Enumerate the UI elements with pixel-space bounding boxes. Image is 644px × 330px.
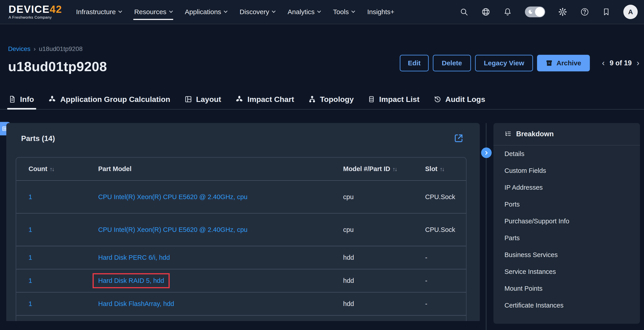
external-link-icon[interactable] bbox=[453, 133, 464, 144]
parts-table: Count↑↓Part ModelModel #/Part ID↑↓Slot↑↓… bbox=[16, 157, 466, 321]
sidebar-item-custom-fields[interactable]: Custom Fields bbox=[494, 162, 640, 179]
prev-record-icon[interactable]: ‹ bbox=[602, 58, 605, 68]
nav-item-label: Insights+ bbox=[367, 8, 394, 16]
count-link[interactable]: 1 bbox=[28, 254, 32, 261]
app-group-calc-icon bbox=[48, 95, 56, 103]
chevron-down-icon bbox=[352, 9, 355, 13]
nav-item-label: Discovery bbox=[240, 8, 269, 16]
theme-toggle[interactable] bbox=[525, 6, 545, 17]
chevron-right-icon bbox=[484, 150, 490, 156]
count-link[interactable]: 1 bbox=[28, 300, 32, 307]
nav-item-analytics[interactable]: Analytics bbox=[288, 0, 320, 24]
part-model-link[interactable]: Hard Disk RAID 5, hdd bbox=[98, 277, 164, 284]
column-header-slot[interactable]: Slot↑↓ bbox=[425, 165, 466, 173]
nav-item-tools[interactable]: Tools bbox=[333, 0, 354, 24]
archive-label: Archive bbox=[556, 59, 581, 67]
slot-cell: CPU.Sock bbox=[425, 226, 466, 234]
toggle-knob bbox=[535, 7, 544, 16]
count-link[interactable]: 1 bbox=[28, 193, 32, 200]
column-header-count[interactable]: Count↑↓ bbox=[16, 165, 98, 173]
sidebar-item-ip-addresses[interactable]: IP Addresses bbox=[494, 179, 640, 196]
tab-label: Impact List bbox=[379, 95, 419, 104]
slot-cell: - bbox=[425, 300, 466, 308]
bookmark-icon[interactable] bbox=[602, 8, 610, 16]
next-record-icon[interactable]: › bbox=[636, 58, 639, 68]
tab-info[interactable]: Info bbox=[8, 89, 34, 109]
tab-audit-logs[interactable]: Audit Logs bbox=[434, 89, 485, 109]
nav-item-applications[interactable]: Applications bbox=[185, 0, 227, 24]
notifications-bell-icon[interactable] bbox=[503, 8, 512, 16]
count-link[interactable]: 1 bbox=[28, 226, 32, 233]
impact-list-icon bbox=[368, 95, 375, 103]
sidebar-item-details[interactable]: Details bbox=[494, 145, 640, 162]
part-model-link[interactable]: CPU Intel(R) Xeon(R) CPU E5620 @ 2.40GHz… bbox=[98, 193, 248, 200]
slot-cell: - bbox=[425, 277, 466, 285]
tab-label: Audit Logs bbox=[445, 95, 485, 104]
column-label: Model #/Part ID bbox=[343, 165, 390, 172]
edit-button[interactable]: Edit bbox=[400, 55, 429, 71]
top-navbar: DEVICE42 A Freshworks Company Infrastruc… bbox=[0, 0, 644, 24]
delete-button[interactable]: Delete bbox=[433, 55, 471, 71]
globe-icon[interactable] bbox=[481, 7, 490, 16]
model-id-cell: hdd bbox=[343, 300, 425, 308]
tab-layout[interactable]: Layout bbox=[184, 89, 221, 109]
parts-panel: Parts (14) Count↑↓Part ModelModel #/Part… bbox=[6, 123, 480, 321]
sidebar-item-mount-points[interactable]: Mount Points bbox=[494, 280, 640, 297]
tab-label: Impact Chart bbox=[248, 95, 294, 104]
pagination-label: 9 of 19 bbox=[610, 59, 632, 67]
device-tabs: InfoApplication Group CalculationLayoutI… bbox=[0, 89, 644, 110]
sidebar-item-certificate-instances[interactable]: Certificate Instances bbox=[494, 297, 640, 314]
logo-subtitle: A Freshworks Company bbox=[8, 15, 62, 20]
parts-table-body: 1CPU Intel(R) Xeon(R) CPU E5620 @ 2.40GH… bbox=[16, 181, 466, 316]
chevron-down-icon bbox=[224, 9, 228, 13]
parts-table-header: Count↑↓Part ModelModel #/Part ID↑↓Slot↑↓ bbox=[16, 158, 466, 181]
slot-cell: CPU.Sock bbox=[425, 193, 466, 201]
sidebar-item-ports[interactable]: Ports bbox=[494, 196, 640, 213]
nav-item-resources[interactable]: Resources bbox=[134, 0, 172, 24]
sidebar-collapse-button[interactable] bbox=[481, 147, 492, 158]
chevron-down-icon bbox=[118, 9, 122, 13]
tab-label: Application Group Calculation bbox=[60, 95, 170, 104]
table-row: 1Hard Disk FlashArray, hddhdd- bbox=[16, 293, 466, 316]
sidebar-item-purchase-support-info[interactable]: Purchase/Support Info bbox=[494, 213, 640, 230]
tab-application-group-calculation[interactable]: Application Group Calculation bbox=[48, 89, 170, 109]
breadcrumb-separator: › bbox=[34, 45, 36, 52]
nav-utilities: A bbox=[460, 5, 638, 19]
count-link[interactable]: 1 bbox=[28, 277, 32, 284]
sidebar-item-service-instances[interactable]: Service Instances bbox=[494, 263, 640, 280]
info-tab-icon bbox=[8, 95, 16, 103]
sidebar-item-parts[interactable]: Parts bbox=[494, 230, 640, 247]
part-model-link[interactable]: Hard Disk PERC 6/i, hdd bbox=[98, 254, 170, 261]
help-icon[interactable] bbox=[580, 7, 589, 16]
sort-icon[interactable]: ↑↓ bbox=[392, 166, 397, 172]
slot-cell: - bbox=[425, 254, 466, 261]
logo-text: DEVICE42 bbox=[8, 4, 62, 14]
tab-impact-chart[interactable]: Impact Chart bbox=[235, 89, 294, 109]
table-row: 1Hard Disk RAID 5, hddhdd- bbox=[16, 269, 466, 293]
tab-topology[interactable]: Topology bbox=[308, 89, 354, 109]
sidebar-item-business-services[interactable]: Business Services bbox=[494, 247, 640, 263]
nav-item-infrastructure[interactable]: Infrastructure bbox=[76, 0, 122, 24]
sort-icon[interactable]: ↑↓ bbox=[440, 166, 444, 172]
nav-item-label: Applications bbox=[185, 8, 221, 16]
search-icon[interactable] bbox=[460, 8, 468, 16]
tab-impact-list[interactable]: Impact List bbox=[368, 89, 419, 109]
column-header-part-model: Part Model bbox=[98, 165, 343, 173]
part-model-link[interactable]: Hard Disk FlashArray, hdd bbox=[98, 300, 174, 307]
device42-logo[interactable]: DEVICE42 A Freshworks Company bbox=[8, 4, 62, 20]
user-avatar[interactable]: A bbox=[623, 5, 638, 19]
nav-item-discovery[interactable]: Discovery bbox=[240, 0, 275, 24]
highlight-box: Hard Disk RAID 5, hdd bbox=[92, 273, 170, 288]
column-header-model-part-id[interactable]: Model #/Part ID↑↓ bbox=[343, 165, 425, 173]
breakdown-items: DetailsCustom FieldsIP AddressesPortsPur… bbox=[494, 145, 640, 314]
column-label: Part Model bbox=[98, 165, 132, 172]
tab-label: Layout bbox=[196, 95, 221, 104]
nav-item-insights-[interactable]: Insights+ bbox=[367, 0, 394, 24]
breadcrumb-devices-link[interactable]: Devices bbox=[8, 45, 30, 52]
archive-button[interactable]: Archive bbox=[537, 55, 590, 71]
legacy-view-button[interactable]: Legacy View bbox=[475, 55, 533, 71]
sort-icon[interactable]: ↑↓ bbox=[50, 166, 54, 172]
part-model-link[interactable]: CPU Intel(R) Xeon(R) CPU E5620 @ 2.40GHz… bbox=[98, 226, 248, 233]
settings-gear-icon[interactable] bbox=[558, 7, 567, 16]
breakdown-tree-icon bbox=[504, 130, 512, 138]
